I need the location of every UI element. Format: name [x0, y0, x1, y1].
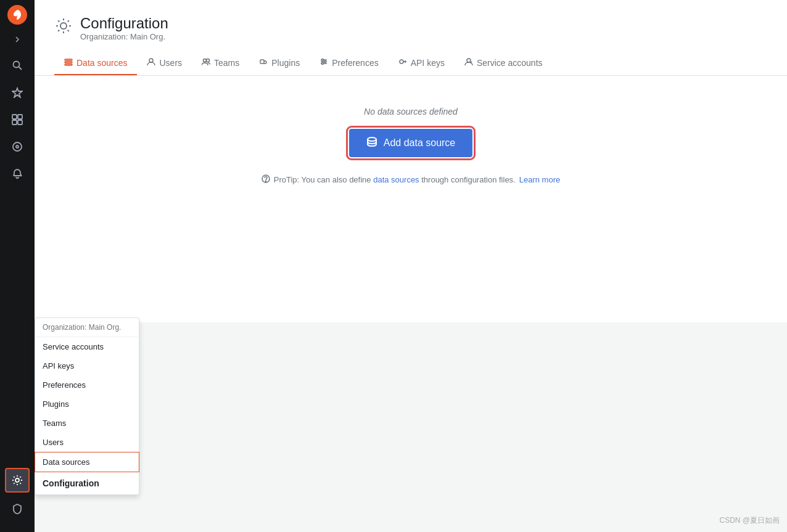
add-datasource-icon	[366, 136, 377, 150]
content-inner: No data sources defined Add data source …	[35, 76, 787, 322]
page-title-row: Configuration Organization: Main Org.	[54, 15, 767, 41]
menu-service-accounts[interactable]: Service accounts	[35, 337, 139, 356]
empty-message: No data sources defined	[364, 107, 458, 117]
tab-plugins[interactable]: Plugins	[249, 51, 310, 75]
menu-api-keys[interactable]: API keys	[35, 356, 139, 375]
tab-preferences[interactable]: Preferences	[310, 51, 388, 75]
tab-users[interactable]: Users	[137, 51, 192, 75]
menu-preferences[interactable]: Preferences	[35, 375, 139, 395]
svg-rect-13	[65, 59, 72, 60]
sidebar	[0, 0, 35, 532]
svg-line-3	[19, 67, 22, 70]
svg-rect-19	[260, 60, 264, 63]
menu-users[interactable]: Users	[35, 433, 139, 452]
svg-point-28	[368, 137, 376, 141]
svg-point-2	[14, 62, 20, 68]
dashboards-icon[interactable]	[5, 107, 30, 132]
tab-datasources-icon	[64, 57, 73, 68]
tabs: Data sources Users Teams Plugins	[54, 51, 767, 75]
app-logo[interactable]	[7, 5, 27, 25]
main-content: Configuration Organization: Main Org. Da…	[35, 0, 787, 532]
svg-point-12	[60, 23, 67, 29]
svg-rect-14	[65, 62, 72, 63]
tab-plugins-label: Plugins	[271, 58, 300, 68]
star-icon[interactable]	[5, 80, 30, 105]
svg-rect-5	[12, 115, 17, 119]
explore-icon[interactable]	[5, 134, 30, 159]
protip-icon	[262, 174, 270, 185]
svg-point-18	[207, 59, 210, 62]
svg-point-23	[322, 59, 324, 61]
tab-serviceaccounts-label: Service accounts	[477, 58, 543, 68]
svg-point-11	[15, 478, 19, 482]
tab-teams[interactable]: Teams	[192, 51, 249, 75]
protip-link[interactable]: data sources	[373, 175, 419, 184]
svg-point-27	[467, 59, 471, 62]
svg-rect-6	[18, 115, 22, 119]
add-datasource-button[interactable]: Add data source	[349, 129, 473, 157]
context-menu-header: Organization: Main Org.	[35, 318, 139, 337]
tab-preferences-icon	[319, 57, 328, 68]
svg-point-16	[149, 59, 153, 62]
context-menu: Organization: Main Org. Service accounts…	[35, 317, 139, 495]
tab-teams-icon	[202, 57, 210, 68]
sidebar-bottom	[5, 468, 30, 527]
tab-serviceaccounts[interactable]: Service accounts	[455, 51, 553, 75]
svg-marker-4	[12, 88, 22, 97]
configuration-icon[interactable]	[5, 468, 30, 493]
svg-point-25	[322, 63, 324, 65]
svg-point-24	[324, 61, 326, 63]
page-header: Configuration Organization: Main Org. Da…	[35, 0, 787, 76]
watermark: CSDN @夏日如画	[719, 515, 780, 526]
svg-point-26	[400, 60, 403, 63]
svg-point-9	[13, 142, 22, 151]
tab-teams-label: Teams	[214, 58, 239, 68]
shield-icon[interactable]	[5, 496, 30, 521]
sidebar-toggle[interactable]	[10, 32, 25, 47]
tab-apikeys[interactable]: API keys	[389, 51, 455, 75]
tab-users-icon	[147, 57, 155, 68]
tab-preferences-label: Preferences	[332, 58, 378, 68]
content-area: No data sources defined Add data source …	[35, 76, 787, 532]
menu-configuration[interactable]: Configuration	[35, 472, 139, 494]
page-title-text: Configuration Organization: Main Org.	[80, 15, 168, 41]
tab-apikeys-label: API keys	[411, 58, 445, 68]
svg-point-1	[14, 14, 16, 16]
menu-plugins[interactable]: Plugins	[35, 395, 139, 414]
protip-text: ProTip: You can also define data sources…	[274, 175, 516, 184]
tab-serviceaccounts-icon	[464, 57, 473, 68]
search-icon[interactable]	[5, 53, 30, 78]
tab-apikeys-icon	[398, 57, 407, 68]
tab-datasources[interactable]: Data sources	[54, 51, 137, 75]
tab-datasources-label: Data sources	[76, 58, 127, 68]
page-title: Configuration	[80, 15, 168, 32]
svg-point-30	[265, 181, 266, 181]
protip: ProTip: You can also define data sources…	[262, 174, 560, 185]
menu-data-sources[interactable]: Data sources	[35, 452, 139, 472]
tab-users-label: Users	[159, 58, 182, 68]
svg-point-10	[16, 145, 19, 148]
page-title-icon	[54, 17, 73, 39]
svg-rect-7	[12, 120, 17, 125]
tab-plugins-icon	[259, 57, 268, 68]
svg-rect-8	[18, 120, 22, 125]
add-datasource-label: Add data source	[384, 137, 456, 149]
page-subtitle: Organization: Main Org.	[80, 32, 168, 41]
svg-rect-15	[65, 64, 72, 65]
learn-more-link[interactable]: Learn more	[519, 175, 560, 184]
menu-teams[interactable]: Teams	[35, 414, 139, 433]
alerting-icon[interactable]	[5, 162, 30, 186]
